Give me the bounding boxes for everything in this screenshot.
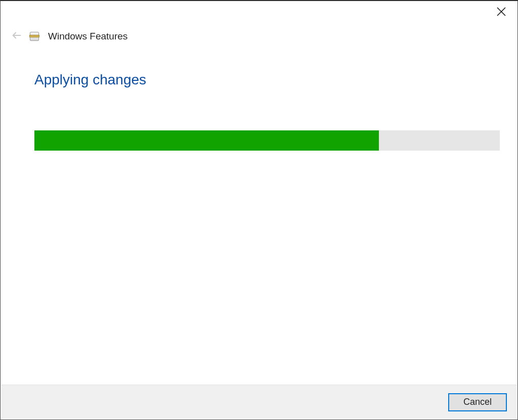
dialog-footer: Cancel	[1, 385, 517, 419]
window-title: Windows Features	[48, 31, 127, 42]
back-button	[11, 30, 23, 42]
windows-features-icon	[30, 31, 41, 42]
progress-bar	[34, 130, 500, 151]
cancel-button-label: Cancel	[463, 397, 492, 407]
arrow-left-icon	[11, 30, 22, 43]
dialog-window: Windows Features Applying changes Cancel	[0, 0, 518, 420]
cancel-button[interactable]: Cancel	[448, 393, 507, 411]
close-button[interactable]	[491, 5, 511, 20]
progress-bar-fill	[34, 130, 379, 151]
page-heading: Applying changes	[34, 72, 146, 88]
header-row: Windows Features	[11, 30, 127, 42]
close-icon	[497, 7, 506, 18]
